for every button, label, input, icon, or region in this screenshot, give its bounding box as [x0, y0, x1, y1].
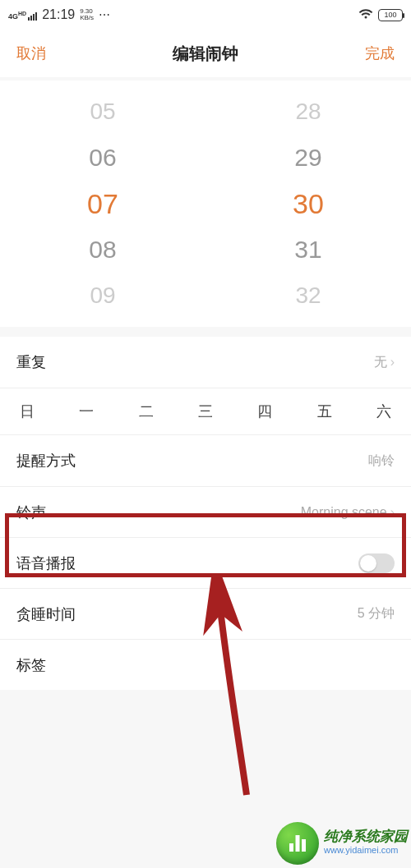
status-left: 4GHD 21:19 9.30 KB/s ⋯ [8, 7, 112, 22]
page-title: 编辑闹钟 [173, 43, 238, 65]
row-label: 贪睡时间 [16, 604, 76, 624]
row-value: Morning scene › [301, 505, 395, 520]
picker-item[interactable]: 09 [90, 273, 115, 319]
more-icon: ⋯ [99, 8, 112, 21]
row-label: 语音播报 [16, 553, 76, 573]
row-tag[interactable]: 标签 [0, 639, 411, 690]
watermark-text: 纯净系统家园 www.yidaimei.com [324, 830, 408, 857]
header: 取消 编辑闹钟 完成 [0, 30, 411, 77]
net-speed: 9.30 KB/s [80, 8, 94, 21]
toggle-off[interactable] [358, 553, 395, 573]
row-label: 重复 [16, 352, 46, 372]
row-repeat[interactable]: 重复 无 › [0, 337, 411, 388]
cancel-button[interactable]: 取消 [16, 44, 46, 63]
watermark: 纯净系统家园 www.yidaimei.com [276, 822, 408, 865]
row-label: 铃声 [16, 503, 46, 522]
watermark-badge-icon [276, 822, 319, 865]
row-label: 提醒方式 [16, 451, 76, 471]
weekday-wed[interactable]: 三 [198, 402, 213, 421]
picker-item-selected[interactable]: 07 [87, 181, 118, 227]
status-bar: 4GHD 21:19 9.30 KB/s ⋯ 100 [0, 0, 411, 30]
done-button[interactable]: 完成 [365, 44, 395, 63]
picker-item[interactable]: 28 [295, 89, 321, 135]
row-ringtone[interactable]: 铃声 Morning scene › [0, 486, 411, 537]
row-voice-broadcast[interactable]: 语音播报 [0, 537, 411, 588]
weekday-tue[interactable]: 二 [139, 402, 154, 421]
settings-list: 重复 无 › 日 一 二 三 四 五 六 提醒方式 响铃 铃声 Morning … [0, 337, 411, 690]
weekday-sat[interactable]: 六 [376, 402, 391, 421]
picker-item[interactable]: 06 [89, 135, 116, 181]
network-indicator: 4GHD [8, 10, 37, 21]
row-snooze[interactable]: 贪睡时间 5 分钟 [0, 588, 411, 639]
time-picker[interactable]: 05 06 07 08 09 28 29 30 31 32 [0, 80, 411, 327]
signal-bars-icon [28, 12, 37, 21]
weekday-row: 日 一 二 三 四 五 六 [0, 388, 411, 435]
battery-icon: 100 [378, 9, 403, 21]
picker-item[interactable]: 05 [90, 89, 115, 135]
weekday-thu[interactable]: 四 [257, 402, 272, 421]
picker-item[interactable]: 08 [89, 227, 116, 273]
chevron-right-icon: › [390, 355, 395, 370]
weekday-fri[interactable]: 五 [317, 402, 332, 421]
status-right: 100 [358, 8, 403, 22]
picker-item[interactable]: 29 [294, 135, 321, 181]
picker-item[interactable]: 32 [295, 273, 321, 319]
chevron-right-icon: › [390, 505, 395, 520]
weekday-sun[interactable]: 日 [20, 402, 35, 421]
minute-picker[interactable]: 28 29 30 31 32 [206, 80, 411, 327]
picker-item-selected[interactable]: 30 [293, 181, 324, 227]
hour-picker[interactable]: 05 06 07 08 09 [0, 80, 206, 327]
row-label: 标签 [16, 655, 46, 675]
row-alert-method[interactable]: 提醒方式 响铃 [0, 435, 411, 486]
picker-item[interactable]: 31 [294, 227, 321, 273]
wifi-icon [358, 8, 373, 22]
weekday-mon[interactable]: 一 [79, 402, 94, 421]
row-value: 无 › [374, 354, 395, 371]
status-time: 21:19 [42, 7, 75, 22]
row-value: 响铃 [368, 452, 395, 470]
row-value: 5 分钟 [358, 605, 395, 622]
